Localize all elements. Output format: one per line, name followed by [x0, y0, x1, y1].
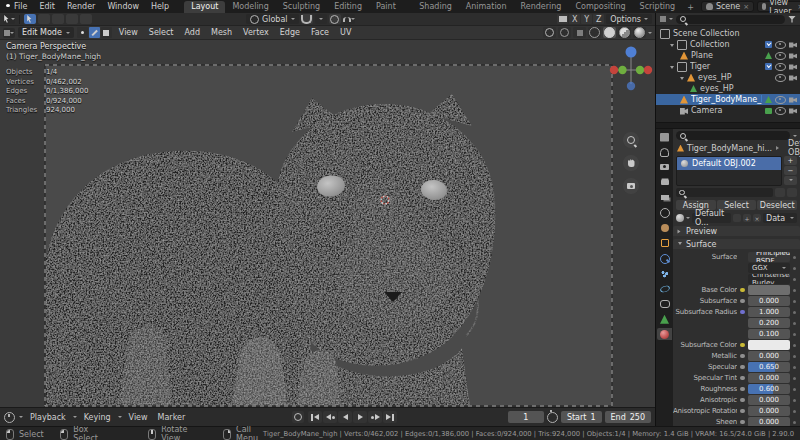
tab-scripting[interactable]: Scripting — [633, 1, 683, 13]
timeline-editor-icon[interactable] — [4, 412, 15, 423]
decorator-dot[interactable] — [793, 311, 796, 314]
properties-editor-selector[interactable] — [657, 131, 672, 143]
gizmo-y-neg[interactable] — [618, 66, 626, 74]
disclosure-triangle[interactable] — [670, 44, 674, 49]
unlink-button[interactable]: × — [753, 214, 761, 222]
select-circle-tool-button[interactable] — [52, 14, 64, 24]
hide-eye-icon[interactable] — [775, 41, 786, 49]
edge-select-button[interactable] — [89, 27, 100, 38]
hide-eye-icon[interactable] — [775, 107, 786, 115]
disclosure-triangle[interactable] — [680, 77, 684, 82]
tab-shading[interactable]: Shading — [412, 1, 459, 13]
material-slot-list[interactable]: Default OBJ.002 — [676, 156, 782, 186]
roughness-slider[interactable]: 0.600 — [748, 384, 790, 394]
menu-view[interactable]: View — [115, 28, 142, 37]
snap-settings-dropdown[interactable] — [315, 14, 327, 24]
new-material-button[interactable]: + — [743, 214, 751, 222]
jump-to-start-button[interactable] — [308, 411, 322, 423]
browse-material-icon[interactable] — [676, 214, 684, 222]
add-workspace-button[interactable]: + — [682, 2, 699, 13]
tab-modeling[interactable]: Modeling — [225, 1, 275, 13]
outliner-item-collection[interactable]: Collection — [656, 39, 800, 50]
tab-world[interactable] — [657, 222, 672, 234]
tab-layout[interactable]: Layout — [184, 1, 225, 13]
specular-tint-field[interactable]: 0.000 — [748, 373, 790, 383]
select-box-tool-button[interactable] — [38, 14, 50, 24]
tab-sculpting[interactable]: Sculpting — [276, 1, 327, 13]
outliner-item-camera[interactable]: Camera — [656, 105, 800, 116]
remove-slot-button[interactable]: − — [784, 166, 797, 175]
transform-orientation-dropdown[interactable]: Global — [246, 14, 299, 24]
gizmo-x-pos[interactable] — [644, 66, 652, 74]
hide-eye-icon[interactable] — [775, 74, 786, 82]
hide-eye-icon[interactable] — [775, 63, 786, 71]
menu-add[interactable]: Add — [181, 28, 205, 37]
metallic-field[interactable]: 0.000 — [748, 351, 790, 361]
tab-modifiers[interactable] — [657, 253, 672, 265]
link-mode-dropdown[interactable]: Data — [763, 213, 797, 223]
decorator-dot[interactable] — [793, 256, 796, 259]
sheen-field[interactable]: 0.000 — [748, 417, 790, 426]
outliner-item-eyes-hp-data[interactable]: eyes_HP — [656, 83, 800, 94]
decorator-dot[interactable] — [793, 388, 796, 391]
mirror-icon-button[interactable] — [557, 14, 568, 24]
exclude-checkbox[interactable] — [765, 63, 772, 70]
outliner-item-plane[interactable]: Plane — [656, 50, 800, 61]
menu-edge[interactable]: Edge — [276, 28, 304, 37]
breadcrumb-object[interactable]: Tiger_BodyMane_hi... — [687, 144, 772, 153]
breadcrumb-material[interactable]: Default OBJ.00 — [788, 139, 800, 157]
gizmo-z-neg[interactable] — [627, 82, 635, 90]
editor-divider[interactable] — [656, 122, 800, 129]
decorator-dot[interactable] — [793, 421, 796, 424]
falloff-dropdown[interactable] — [343, 14, 355, 24]
outliner-display-mode-icon[interactable] — [660, 16, 666, 22]
frame-start-field[interactable]: Start1 — [561, 411, 602, 423]
current-frame-field[interactable]: 1 — [508, 411, 544, 423]
tab-material[interactable] — [657, 328, 672, 340]
outliner-item-tiger[interactable]: Tiger — [656, 61, 800, 72]
menu-timeline-view[interactable]: View — [126, 413, 151, 422]
tab-object[interactable] — [657, 237, 672, 249]
tab-particles[interactable] — [657, 268, 672, 280]
zoom-button[interactable] — [623, 132, 639, 148]
auto-key-button[interactable] — [292, 411, 304, 423]
decorator-dot[interactable] — [793, 322, 796, 325]
preview-section-header[interactable]: Preview — [673, 226, 800, 236]
render-visibility-icon[interactable] — [789, 75, 797, 81]
tab-physics[interactable] — [657, 283, 672, 295]
outliner-item-tiger-bodymane[interactable]: Tiger_BodyMane_high — [656, 94, 800, 105]
subsurface-radius-x[interactable]: 1.000 — [748, 307, 790, 317]
decorator-dot[interactable] — [793, 344, 796, 347]
subsurface-method-dropdown[interactable]: Christensen-Burley — [748, 274, 790, 284]
surface-section-header[interactable]: Surface — [673, 239, 800, 249]
menu-face[interactable]: Face — [307, 28, 333, 37]
slot-specials-button[interactable] — [784, 176, 797, 185]
select-lasso-tool-button[interactable] — [66, 14, 78, 24]
subsurface-field[interactable]: 0.000 — [748, 296, 790, 306]
sort-alpha-button[interactable] — [775, 188, 785, 197]
decorator-dot[interactable] — [793, 355, 796, 358]
frame-end-field[interactable]: End250 — [605, 411, 651, 423]
scene-unlink-icon[interactable]: × — [743, 3, 749, 11]
mirror-y-button[interactable]: Y — [581, 14, 592, 24]
decorator-dot[interactable] — [793, 278, 796, 281]
outliner-search-field[interactable] — [676, 15, 785, 24]
tab-uv-editing[interactable]: UV Editing — [327, 0, 369, 13]
tab-animation[interactable]: Animation — [459, 1, 514, 13]
decorator-dot[interactable] — [793, 410, 796, 413]
tab-constraints[interactable] — [657, 298, 672, 310]
show-gizmo-toggle[interactable] — [543, 27, 556, 38]
decorator-dot[interactable] — [793, 377, 796, 380]
render-visibility-icon[interactable] — [789, 42, 797, 48]
tweak-tool-button[interactable] — [24, 14, 36, 24]
menu-edit[interactable]: Edit — [34, 2, 60, 11]
stopwatch-icon[interactable] — [547, 412, 558, 423]
distribution-dropdown[interactable]: GGX — [748, 263, 790, 273]
render-visibility-icon[interactable] — [789, 97, 797, 103]
exclude-checkbox[interactable] — [765, 41, 772, 48]
menu-help[interactable]: Help — [146, 2, 174, 11]
play-button[interactable] — [353, 411, 367, 423]
decorator-dot[interactable] — [793, 267, 796, 270]
view-layer-selector[interactable]: View Layer × — [757, 1, 800, 12]
hide-eye-icon[interactable] — [775, 96, 786, 104]
